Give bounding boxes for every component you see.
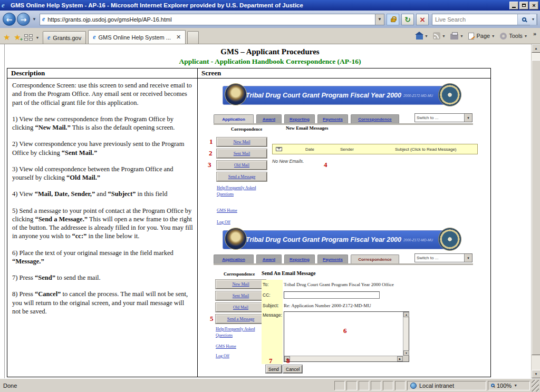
scroll-up-icon[interactable]: ▲ <box>532 44 540 53</box>
home-button[interactable] <box>416 33 423 40</box>
scrollbar-track[interactable] <box>532 53 540 60</box>
status-panel <box>371 381 381 390</box>
ie-logo-icon: e <box>2 2 9 9</box>
new-tab-stub[interactable] <box>187 31 199 44</box>
address-dropdown[interactable]: ▼ <box>375 14 384 25</box>
tab-close-icon[interactable]: ✕ <box>176 34 181 41</box>
gms-home-link[interactable]: GMS Home <box>217 208 237 213</box>
security-lock-button[interactable] <box>387 14 399 25</box>
tools-menu-button[interactable]: Tools <box>500 33 523 40</box>
sent-mail-button[interactable]: Sent Mail <box>217 149 267 158</box>
minimize-icon <box>512 7 516 8</box>
print-dropdown[interactable]: ▼ <box>458 30 465 42</box>
screen2-heading: Send An Email Message <box>262 270 316 276</box>
app-tab-award[interactable]: Award <box>256 114 282 123</box>
subject-label: Subject: <box>263 303 279 308</box>
quick-tabs-button[interactable] <box>23 31 34 44</box>
textarea-vscrollbar[interactable]: ▲ ▼ <box>403 312 409 356</box>
annotation-7: 7 <box>269 357 273 365</box>
browser-tab-grants-gov[interactable]: e Grants.gov <box>43 31 86 44</box>
annotation-8: 8 <box>286 357 290 365</box>
new-mail-label: New Mail <box>233 140 250 144</box>
home-dropdown[interactable]: ▼ <box>423 30 429 42</box>
log-off-link[interactable]: Log Off <box>216 354 229 358</box>
email-col-date: Date <box>305 147 314 152</box>
doj-seal-icon <box>225 83 247 105</box>
scroll-down-icon[interactable]: ▼ <box>532 370 540 378</box>
live-search-box[interactable]: Live Search ▼ <box>432 14 537 25</box>
zoom-control[interactable]: 100% ▼ <box>488 381 530 390</box>
address-input[interactable]: e https://grants.ojp.usdoj.gov/gmsHelp/A… <box>40 14 375 25</box>
history-dropdown[interactable]: ▼ <box>32 17 36 22</box>
page-menu-dropdown[interactable]: ▼ <box>490 30 496 42</box>
app-tab-row: Application Award Reporting Payments Cor… <box>214 114 399 123</box>
scroll-right-icon[interactable]: ▶ <box>397 356 403 361</box>
tools-menu-dropdown[interactable]: ▼ <box>523 30 529 42</box>
app-tab-payments[interactable]: Payments <box>317 114 348 123</box>
app-tab-reporting[interactable]: Reporting <box>284 254 315 263</box>
page-scrollbar[interactable]: ▲ ▼ <box>531 44 540 378</box>
ojp-seal-icon <box>438 83 461 106</box>
app-tab-application[interactable]: Application <box>214 254 254 263</box>
textarea-hscrollbar[interactable]: ◀ ▶ <box>284 356 403 361</box>
app-tab-correspondence[interactable]: Correspondence <box>351 254 399 263</box>
feeds-button[interactable] <box>433 32 440 40</box>
zoom-dropdown-icon[interactable]: ▼ <box>514 384 517 387</box>
page-menu-button[interactable]: Page <box>468 33 490 40</box>
tab-bar: ★ ★+ ▼ e Grants.gov e GMS Online Help Sy… <box>0 28 540 44</box>
favorites-center-button[interactable]: ★ <box>2 31 12 44</box>
new-mail-button[interactable]: New Mail <box>216 280 266 289</box>
scroll-up-icon[interactable]: ▲ <box>403 312 409 317</box>
switch-to-select[interactable]: Switch to ... ▼ <box>414 113 472 122</box>
refresh-button[interactable]: ↻ <box>401 14 414 25</box>
new-mail-button[interactable]: New Mail <box>217 138 267 146</box>
send-a-message-button[interactable]: Send a Message <box>217 172 267 181</box>
screenshot-send-message: Tribal Drug Court Grant Program Fiscal Y… <box>206 227 481 377</box>
scrollbar-thumb[interactable] <box>532 60 540 355</box>
old-mail-button[interactable]: Old Mail <box>217 161 267 170</box>
print-button[interactable] <box>450 32 458 40</box>
close-button[interactable]: × <box>529 2 538 9</box>
minimize-button[interactable] <box>509 2 518 9</box>
switch-to-select[interactable]: Switch to ... ▼ <box>414 253 472 262</box>
back-button[interactable]: ← <box>3 13 16 26</box>
annotation-4: 4 <box>324 161 327 169</box>
toolbar-overflow-chevron[interactable]: » <box>533 31 536 37</box>
sent-mail-button[interactable]: Sent Mail <box>216 291 266 300</box>
tab-list-dropdown[interactable]: ▼ <box>34 31 41 44</box>
status-panel <box>383 381 393 390</box>
banner-grant-number: 2000-Z172-MD-MU <box>403 238 433 242</box>
send-button[interactable]: Send <box>266 365 282 373</box>
send-a-message-button[interactable]: Send a Message <box>216 315 266 324</box>
tab-favicon-icon: e <box>93 33 95 41</box>
help-faq-link[interactable]: Help/Frequently Asked Questions <box>216 326 261 338</box>
help-faq-link[interactable]: Help/Frequently Asked Questions <box>217 185 262 197</box>
old-mail-button[interactable]: Old Mail <box>216 303 266 312</box>
app-tab-payments[interactable]: Payments <box>317 254 348 263</box>
old-mail-label: Old Mail <box>233 305 248 310</box>
add-favorite-button[interactable]: ★+ <box>12 31 23 44</box>
scroll-down-icon[interactable]: ▼ <box>403 350 409 356</box>
send-a-message-label: Send a Message <box>227 317 255 321</box>
log-off-link[interactable]: Log Off <box>217 220 230 224</box>
gms-home-link[interactable]: GMS Home <box>216 344 236 349</box>
app-tab-label: Application <box>222 117 245 122</box>
feeds-dropdown[interactable]: ▼ <box>440 30 447 42</box>
status-bar: Done Local intranet 100% ▼ <box>0 378 540 392</box>
message-textarea[interactable]: 6 ▲ ▼ ◀ ▶ <box>284 311 409 362</box>
app-tab-application[interactable]: Application <box>214 114 254 123</box>
app-tab-award[interactable]: Award <box>256 254 282 263</box>
forward-icon: → <box>21 15 27 24</box>
cancel-button[interactable]: Cancel <box>283 365 302 373</box>
cc-input[interactable] <box>284 291 380 299</box>
restore-button[interactable] <box>519 2 528 9</box>
search-go-button[interactable] <box>517 14 530 25</box>
browser-tab-gms-help[interactable]: e GMS Online Help System ... ✕ <box>88 30 186 44</box>
forward-button[interactable]: → <box>17 13 30 26</box>
app-tab-correspondence[interactable]: Correspondence <box>351 114 399 123</box>
description-paragraph: 4) View “Mail, Date, Sender,” and “Subje… <box>12 190 193 198</box>
app-tab-reporting[interactable]: Reporting <box>284 114 315 123</box>
search-options-dropdown[interactable]: ▼ <box>530 14 537 25</box>
resize-grip[interactable] <box>532 380 539 391</box>
stop-button[interactable]: × <box>416 14 429 25</box>
